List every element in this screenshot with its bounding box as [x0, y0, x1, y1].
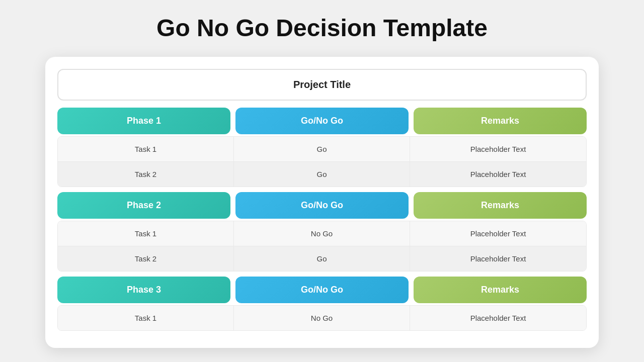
phase-label-3: Phase 3 — [57, 277, 230, 303]
remark-cell: Placeholder Text — [410, 137, 586, 161]
decision-cell: Go — [234, 162, 410, 187]
remark-cell: Placeholder Text — [410, 221, 586, 246]
phase-section-2: Phase 2Go/No GoRemarksTask 1No GoPlaceho… — [57, 192, 587, 272]
table-row: Task 2GoPlaceholder Text — [58, 162, 586, 187]
gonogo-label-3: Go/No Go — [235, 277, 409, 303]
remarks-label-3: Remarks — [414, 277, 587, 303]
page-title: Go No Go Decision Template — [156, 14, 488, 42]
table-row: Task 1No GoPlaceholder Text — [58, 221, 586, 246]
remark-cell: Placeholder Text — [410, 246, 586, 271]
remarks-label-2: Remarks — [414, 192, 587, 219]
table-row: Task 1No GoPlaceholder Text — [58, 306, 586, 330]
task-cell: Task 1 — [58, 221, 234, 246]
table-row: Task 1GoPlaceholder Text — [58, 137, 586, 162]
remark-cell: Placeholder Text — [410, 162, 586, 187]
page-wrapper: Go No Go Decision Template Project Title… — [45, 14, 599, 348]
gonogo-label-2: Go/No Go — [235, 192, 409, 219]
data-rows-1: Task 1GoPlaceholder TextTask 2GoPlacehol… — [57, 136, 587, 187]
task-cell: Task 2 — [58, 162, 234, 187]
decision-cell: No Go — [234, 306, 410, 330]
decision-cell: No Go — [234, 221, 410, 246]
phase-label-1: Phase 1 — [57, 108, 230, 134]
phase-header-row-1: Phase 1Go/No GoRemarks — [57, 108, 587, 134]
phases-container: Phase 1Go/No GoRemarksTask 1GoPlaceholde… — [57, 108, 587, 331]
main-card: Project Title Phase 1Go/No GoRemarksTask… — [45, 57, 599, 348]
task-cell: Task 1 — [58, 137, 234, 161]
task-cell: Task 1 — [58, 306, 234, 330]
phase-label-2: Phase 2 — [57, 192, 230, 219]
decision-cell: Go — [234, 246, 410, 271]
task-cell: Task 2 — [58, 246, 234, 271]
phase-section-3: Phase 3Go/No GoRemarksTask 1No GoPlaceho… — [57, 277, 587, 331]
data-rows-2: Task 1No GoPlaceholder TextTask 2GoPlace… — [57, 221, 587, 272]
remarks-label-1: Remarks — [414, 108, 587, 134]
gonogo-label-1: Go/No Go — [235, 108, 409, 134]
remark-cell: Placeholder Text — [410, 306, 586, 330]
data-rows-3: Task 1No GoPlaceholder Text — [57, 305, 587, 331]
decision-cell: Go — [234, 137, 410, 161]
phase-section-1: Phase 1Go/No GoRemarksTask 1GoPlaceholde… — [57, 108, 587, 187]
project-title: Project Title — [57, 69, 587, 101]
table-row: Task 2GoPlaceholder Text — [58, 246, 586, 271]
phase-header-row-3: Phase 3Go/No GoRemarks — [57, 277, 587, 303]
phase-header-row-2: Phase 2Go/No GoRemarks — [57, 192, 587, 219]
